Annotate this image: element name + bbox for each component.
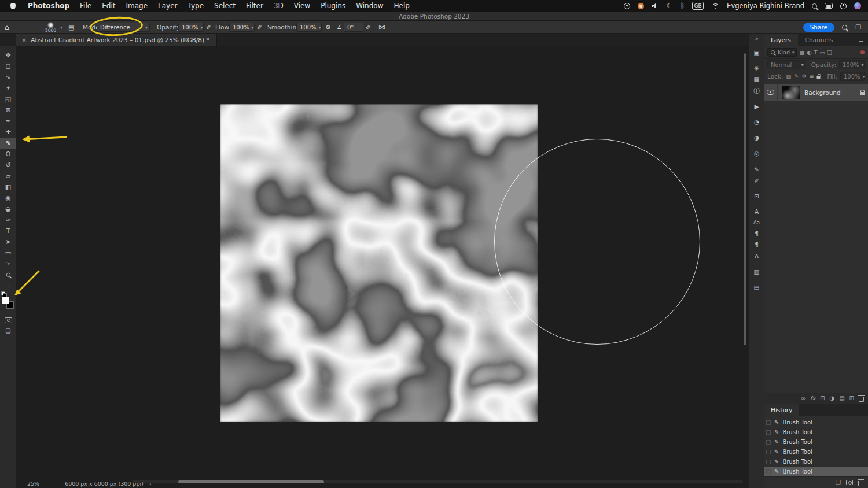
delete-state-icon[interactable] bbox=[858, 481, 863, 486]
zoom-tool[interactable] bbox=[0, 269, 16, 280]
clone-stamp-tool[interactable]: Ω bbox=[0, 149, 16, 160]
layer-visibility-toggle[interactable] bbox=[764, 84, 778, 101]
menu-edit[interactable]: Edit bbox=[97, 2, 120, 10]
menu-view[interactable]: View bbox=[289, 2, 315, 10]
delete-layer-icon[interactable] bbox=[859, 397, 864, 402]
lasso-tool[interactable]: ∿ bbox=[0, 72, 16, 83]
brush-settings-panel-icon[interactable]: ✎ bbox=[754, 167, 759, 173]
workspace-switcher-button[interactable]: ❐ bbox=[855, 21, 861, 34]
search-button[interactable] bbox=[842, 21, 847, 34]
tab-history[interactable]: History bbox=[764, 404, 799, 416]
history-source-checkbox[interactable] bbox=[766, 440, 771, 445]
type-tool[interactable]: T bbox=[0, 225, 16, 236]
document-tab[interactable]: × Abstract Gradient Artwork 2023 – 01.ps… bbox=[16, 34, 217, 46]
layer-blend-mode-dropdown[interactable]: Normal ▾ bbox=[767, 60, 806, 69]
pressure-size-button[interactable]: ✐ bbox=[366, 21, 371, 34]
layer-thumbnail[interactable] bbox=[782, 86, 800, 99]
layer-filter-toggle[interactable] bbox=[860, 50, 865, 54]
layers-panel-menu-icon[interactable]: ≡ bbox=[859, 34, 868, 46]
toggle-brush-settings-button[interactable]: ▤ bbox=[68, 21, 74, 34]
history-source-checkbox[interactable] bbox=[766, 420, 771, 425]
history-state[interactable]: ✎ Brush Tool bbox=[764, 427, 868, 437]
history-state[interactable]: ✎ Brush Tool bbox=[764, 417, 868, 427]
lock-artboard-icon[interactable]: ⊞ bbox=[809, 73, 814, 79]
quick-mask-button[interactable] bbox=[0, 315, 16, 326]
close-tab-icon[interactable]: × bbox=[21, 36, 27, 44]
info-panel-icon[interactable]: ⓘ bbox=[753, 88, 760, 94]
frame-tool[interactable]: ⊠ bbox=[0, 105, 16, 116]
history-state[interactable]: ✎ Brush Tool bbox=[764, 447, 868, 457]
actions-panel-icon[interactable]: ▶ bbox=[754, 103, 759, 110]
pressure-opacity-button[interactable]: ✐ bbox=[206, 21, 211, 34]
wifi-icon[interactable] bbox=[711, 3, 719, 9]
new-layer-icon[interactable]: ⊞ bbox=[849, 395, 854, 401]
menu-filter[interactable]: Filter bbox=[241, 2, 269, 10]
layer-filter-kind-dropdown[interactable]: Kind ▾ bbox=[767, 48, 797, 57]
new-group-icon[interactable]: ▤ bbox=[839, 395, 844, 401]
history-state[interactable]: ✎ Brush Tool bbox=[764, 437, 868, 447]
keyboard-layout-indicator[interactable]: GB bbox=[692, 2, 704, 10]
tab-channels[interactable]: Channels bbox=[798, 34, 840, 46]
default-colors-icon[interactable] bbox=[1, 291, 6, 296]
screen-mode-button[interactable]: ❏ bbox=[0, 326, 16, 337]
filter-adjustment-layers-icon[interactable]: ◐ bbox=[807, 50, 811, 56]
paragraph-styles-panel-icon[interactable]: ¶ bbox=[755, 242, 759, 248]
lock-transparency-icon[interactable]: ▨ bbox=[786, 73, 791, 79]
adjustments-panel-icon[interactable]: ◑ bbox=[754, 135, 759, 141]
smoothing-options-button[interactable]: ⚙ bbox=[325, 21, 331, 34]
layer-name[interactable]: Background bbox=[804, 89, 841, 96]
opacity-dropdown[interactable]: 100% ▾ bbox=[178, 21, 204, 34]
crop-tool[interactable]: ◱ bbox=[0, 94, 16, 105]
volume-icon[interactable] bbox=[652, 3, 659, 9]
menu-file[interactable]: File bbox=[75, 2, 97, 10]
history-brush-tool[interactable]: ↺ bbox=[0, 160, 16, 171]
lock-position-icon[interactable]: ✥ bbox=[801, 73, 806, 79]
brush-tool[interactable]: ✎ bbox=[0, 138, 16, 149]
lock-all-icon[interactable] bbox=[817, 76, 821, 79]
hand-tool[interactable]: ☞ bbox=[0, 258, 16, 269]
move-tool[interactable]: ✥ bbox=[0, 50, 16, 61]
history-source-checkbox[interactable] bbox=[766, 460, 771, 464]
fill-dropdown[interactable]: 100% ▾ bbox=[840, 72, 865, 81]
pen-tool[interactable]: ✑ bbox=[0, 215, 16, 225]
character-panel-icon[interactable]: A bbox=[755, 209, 759, 215]
menu-image[interactable]: Image bbox=[120, 2, 153, 10]
control-center-icon[interactable] bbox=[825, 3, 833, 9]
adjustment-layer-icon[interactable]: ◑ bbox=[829, 395, 834, 401]
username-menu-item[interactable]: Evgeniya Righini-Brand bbox=[727, 2, 804, 10]
canvas-area[interactable]: 25% 6000 px x 6000 px (300 ppi) › bbox=[16, 46, 749, 488]
character-styles-panel-icon[interactable]: A bbox=[755, 253, 759, 260]
spot-healing-brush-tool[interactable]: ✚ bbox=[0, 127, 16, 138]
do-not-disturb-moon-icon[interactable]: ☾ bbox=[667, 2, 673, 9]
filter-shape-layers-icon[interactable]: ▭ bbox=[820, 50, 825, 56]
share-button[interactable]: Share bbox=[803, 21, 834, 34]
history-source-checkbox[interactable] bbox=[766, 430, 771, 435]
history-state[interactable]: ✎ Brush Tool bbox=[764, 457, 868, 467]
menu-select[interactable]: Select bbox=[209, 2, 241, 10]
menu-help[interactable]: Help bbox=[388, 2, 414, 10]
layer-row-background[interactable]: Background bbox=[764, 84, 868, 101]
path-selection-tool[interactable]: ➤ bbox=[0, 236, 16, 247]
vertical-scrollbar[interactable] bbox=[744, 53, 746, 345]
lock-pixels-icon[interactable]: ✎ bbox=[794, 73, 799, 79]
collapse-dock-icon[interactable]: « bbox=[755, 36, 758, 42]
dodge-tool[interactable]: ◒ bbox=[0, 204, 16, 215]
gradient-tool[interactable]: ◧ bbox=[0, 182, 16, 193]
navigator-panel-icon[interactable]: ◎ bbox=[754, 150, 759, 157]
blend-mode-dropdown[interactable]: Difference ▾ bbox=[97, 21, 150, 34]
menu-plugins[interactable]: Plugins bbox=[315, 2, 351, 10]
history-source-checkbox[interactable] bbox=[766, 469, 771, 474]
object-selection-tool[interactable]: ✦ bbox=[0, 83, 16, 94]
clock-icon[interactable] bbox=[840, 3, 847, 9]
new-document-from-state-icon[interactable]: ❐ bbox=[836, 480, 841, 486]
swatches-panel-icon[interactable]: ▥ bbox=[754, 269, 760, 275]
layer-opacity-dropdown[interactable]: 100% ▾ bbox=[839, 60, 865, 69]
document-canvas[interactable] bbox=[220, 104, 538, 422]
symmetry-button[interactable]: ⋈ bbox=[378, 21, 385, 34]
filter-type-layers-icon[interactable]: T bbox=[814, 50, 818, 56]
siri-icon[interactable] bbox=[854, 2, 861, 9]
foreground-color-swatch[interactable] bbox=[2, 297, 9, 304]
flow-dropdown[interactable]: 100% ▾ bbox=[229, 21, 255, 34]
bluetooth-icon[interactable]: ᛒ bbox=[681, 2, 685, 9]
home-button[interactable]: ⌂ bbox=[5, 21, 9, 34]
